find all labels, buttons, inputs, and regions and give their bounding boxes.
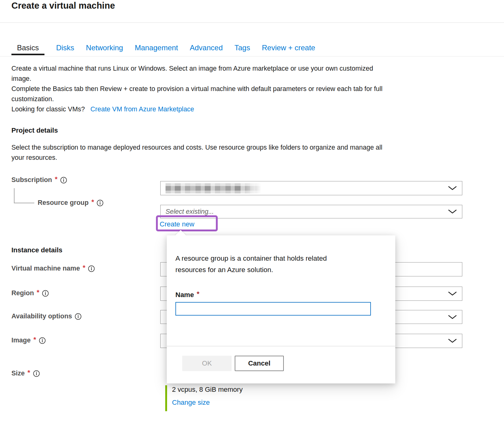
chevron-down-icon (448, 315, 457, 320)
hierarchy-connector-vertical (14, 188, 15, 203)
chevron-down-icon (448, 291, 457, 296)
chevron-down-icon (448, 209, 457, 214)
create-resource-group-dialog: A resource group is a container that hol… (167, 235, 395, 383)
dialog-name-label: Name (175, 291, 194, 299)
chevron-down-icon (448, 186, 457, 191)
project-details-description: Select the subscription to manage deploy… (11, 143, 487, 163)
vm-name-label: Virtual machine name (11, 265, 80, 272)
chevron-down-icon (448, 338, 457, 343)
create-vm-marketplace-link[interactable]: Create VM from Azure Marketplace (90, 106, 194, 113)
ok-button[interactable]: OK (182, 356, 232, 371)
region-label: Region (11, 289, 34, 297)
tab-review-create[interactable]: Review + create (262, 43, 315, 52)
tab-disks[interactable]: Disks (56, 43, 74, 52)
info-icon[interactable] (42, 290, 49, 297)
info-icon[interactable] (88, 265, 95, 272)
dialog-divider (167, 346, 395, 346)
info-icon[interactable] (97, 200, 103, 206)
required-marker: * (197, 290, 200, 298)
availability-label-row: Availability options (11, 312, 82, 321)
hierarchy-connector-horizontal (14, 203, 34, 203)
create-vm-page: Create a virtual machine Basics Disks Ne… (0, 0, 504, 422)
dialog-description: A resource group is a container that hol… (175, 253, 373, 275)
tab-bar: Basics Disks Networking Management Advan… (11, 43, 315, 57)
subscription-label: Subscription (11, 176, 52, 184)
classic-vms-prompt: Looking for classic VMs? (11, 106, 85, 113)
image-label: Image (11, 337, 31, 344)
tab-tags[interactable]: Tags (234, 43, 250, 52)
required-marker: * (83, 264, 86, 272)
required-marker: * (27, 369, 30, 377)
info-icon[interactable] (39, 337, 46, 344)
tab-basics[interactable]: Basics (11, 43, 44, 52)
page-title: Create a virtual machine (11, 1, 115, 11)
required-marker: * (37, 288, 40, 296)
region-label-row: Region * (11, 289, 49, 297)
tab-management[interactable]: Management (135, 43, 178, 52)
header-divider (0, 23, 504, 23)
dialog-caret (175, 230, 187, 242)
annotation-highlight-box (156, 215, 218, 231)
dialog-name-input[interactable] (175, 302, 371, 316)
intro-text: Create a virtual machine that runs Linux… (11, 64, 487, 104)
instance-details-heading: Instance details (11, 246, 62, 254)
size-label: Size (11, 370, 25, 377)
change-size-link[interactable]: Change size (172, 399, 210, 407)
size-specs-text: 2 vcpus, 8 GiB memory (172, 386, 243, 394)
size-label-row: Size * (11, 369, 40, 378)
info-icon[interactable] (60, 177, 67, 184)
dialog-name-label-row: Name * (175, 291, 199, 299)
subscription-dropdown[interactable] (160, 181, 462, 195)
required-marker: * (33, 336, 36, 344)
image-label-row: Image * (11, 336, 46, 345)
subscription-value-redacted (166, 183, 267, 193)
info-icon[interactable] (75, 313, 82, 320)
classic-vms-row: Looking for classic VMs? Create VM from … (11, 104, 194, 114)
subscription-label-row: Subscription * (11, 176, 67, 184)
cancel-button[interactable]: Cancel (235, 356, 284, 371)
project-details-heading: Project details (11, 126, 58, 134)
availability-options-label: Availability options (11, 312, 72, 320)
info-icon[interactable] (33, 370, 40, 377)
required-marker: * (91, 198, 94, 206)
vm-name-label-row: Virtual machine name * (11, 264, 95, 273)
resource-group-label-row: Resource group * (38, 199, 103, 207)
size-selection-accent-bar (165, 385, 167, 411)
tab-advanced[interactable]: Advanced (190, 43, 223, 52)
resource-group-placeholder: Select existing... (166, 208, 214, 216)
required-marker: * (55, 175, 57, 183)
tab-networking[interactable]: Networking (86, 43, 123, 52)
resource-group-label: Resource group (38, 199, 89, 207)
